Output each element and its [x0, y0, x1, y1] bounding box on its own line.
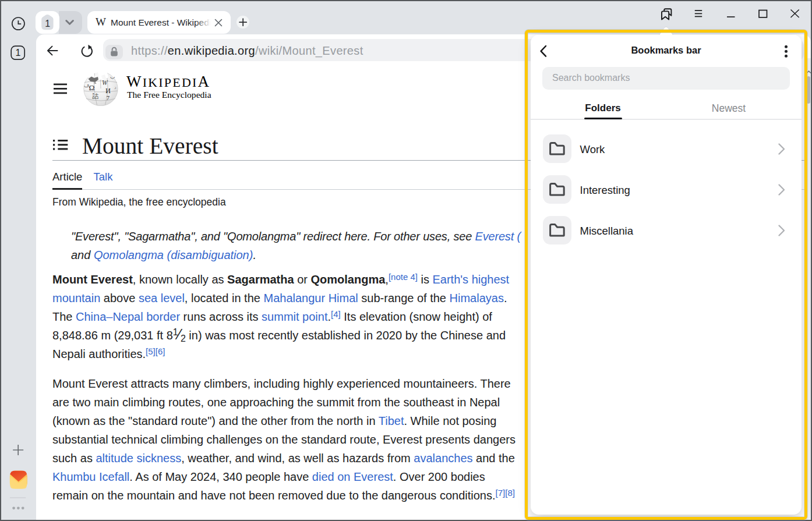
svg-text:ف: ف [84, 82, 89, 88]
svg-text:1: 1 [45, 19, 50, 29]
svg-text:د: د [114, 85, 116, 90]
svg-text:Ω: Ω [89, 83, 95, 91]
svg-text:7: 7 [107, 94, 110, 101]
svg-text:W: W [102, 79, 108, 86]
svg-text:ب: ب [110, 74, 115, 80]
svg-text:詰: 詰 [93, 92, 99, 99]
svg-text:1: 1 [15, 48, 20, 58]
